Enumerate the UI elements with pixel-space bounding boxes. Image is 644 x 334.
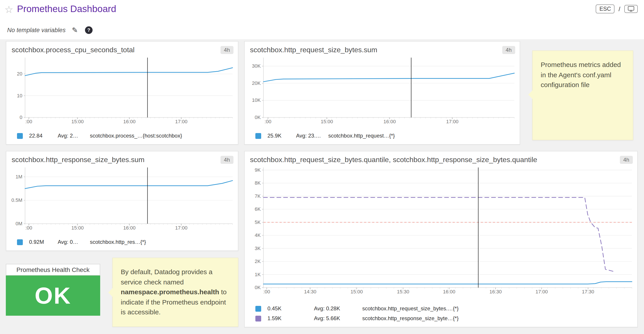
legend-metric: scotchbox.http_res…{*} (90, 239, 234, 245)
legend-row[interactable]: 25.9KAvg: 23.…scotchbox.http_request…{*} (255, 131, 515, 141)
svg-text:4K: 4K (255, 232, 261, 238)
legend-value: 22.84 (29, 133, 52, 139)
chart-legend: 22.84Avg: 2…scotchbox.process_…{host:sco… (17, 131, 234, 141)
svg-text:16:00: 16:00 (123, 119, 136, 124)
svg-text:2K: 2K (255, 259, 261, 264)
svg-text:15:00: 15:00 (71, 119, 84, 124)
svg-text:8K: 8K (255, 180, 261, 186)
timeseries-widget-quantiles[interactable]: scotchbox.http_request_size_bytes.quanti… (244, 151, 638, 327)
legend-avg: Avg: 0.28K (314, 306, 357, 312)
legend-avg: Avg: 5.66K (314, 315, 357, 322)
chart-title: scotchbox.http_request_size_bytes.sum (250, 46, 377, 54)
svg-text:20: 20 (17, 71, 22, 77)
legend-swatch (255, 306, 261, 312)
svg-text::00: :00 (26, 225, 32, 231)
legend-metric: scotchbox.process_…{host:scotchbox} (90, 133, 234, 139)
chart-legend: 25.9KAvg: 23.…scotchbox.http_request…{*} (255, 131, 515, 141)
svg-text:10: 10 (17, 93, 22, 98)
timeseries-widget-response-size-sum[interactable]: scotchbox.http_response_size_bytes.sum 4… (6, 151, 238, 251)
svg-text::00: :00 (264, 289, 270, 295)
health-check-widget: Prometheus Health Check OK (6, 264, 100, 316)
svg-text:17:00: 17:00 (446, 119, 458, 124)
chart-title: scotchbox.http_response_size_bytes.sum (12, 156, 144, 164)
svg-text:17:30: 17:30 (582, 289, 594, 295)
legend-row[interactable]: 22.84Avg: 2…scotchbox.process_…{host:sco… (17, 131, 234, 141)
legend-avg: Avg: 0… (58, 239, 84, 245)
timeframe-badge: 4h (502, 46, 515, 54)
svg-text:15:00: 15:00 (71, 225, 84, 231)
svg-text:20K: 20K (252, 80, 261, 86)
svg-text:3K: 3K (255, 246, 261, 251)
slash-separator: / (618, 5, 620, 12)
fullscreen-button[interactable] (624, 5, 638, 13)
datadog-dashboard: ☆ Prometheus Dashboard ESC / No template… (0, 0, 644, 334)
legend-metric: scotchbox.http_request_size_bytes.…{*} (362, 306, 633, 312)
note-widget-service-check: By default, Datadog provides a service c… (112, 258, 238, 327)
svg-text:14:30: 14:30 (304, 289, 316, 295)
svg-text:9K: 9K (255, 167, 261, 173)
legend-value: 25.9K (268, 133, 291, 139)
chart-title: scotchbox.process_cpu_seconds_total (12, 46, 134, 54)
chart-legend: 0.92MAvg: 0…scotchbox.http_res…{*} (17, 237, 234, 247)
legend-row[interactable]: 0.45KAvg: 0.28Kscotchbox.http_request_si… (255, 304, 633, 314)
timeseries-widget-request-size-sum[interactable]: scotchbox.http_request_size_bytes.sum 4h… (244, 41, 520, 145)
service-check-name: namespace.prometheus.health (121, 288, 219, 296)
svg-text:16:00: 16:00 (123, 225, 136, 231)
svg-text:0K: 0K (255, 285, 261, 290)
legend-row[interactable]: 1.59KAvg: 5.66Kscotchbox.http_response_s… (255, 314, 633, 323)
health-status: OK (6, 276, 100, 316)
chart-canvas[interactable]: 0M0.5M1M:0015:0016:0017:00 (9, 164, 235, 231)
note-arrow-left (528, 90, 533, 99)
svg-text::00: :00 (264, 119, 272, 124)
legend-row[interactable]: 0.92MAvg: 0…scotchbox.http_res…{*} (17, 237, 234, 247)
svg-text:7K: 7K (255, 193, 261, 199)
timeframe-badge: 4h (220, 46, 234, 54)
template-variables-bar: No template variables ✎ ? (0, 20, 644, 39)
legend-metric: scotchbox.http_request…{*} (328, 133, 515, 139)
legend-swatch (17, 239, 23, 245)
legend-avg: Avg: 23.… (296, 133, 323, 139)
svg-text:16:00: 16:00 (443, 289, 455, 295)
svg-text:1M: 1M (16, 174, 22, 179)
svg-text:17:00: 17:00 (536, 289, 548, 295)
chart-canvas[interactable]: 0K10K20K30K:0015:0016:0017:00 (247, 54, 517, 125)
note-widget-prometheus-metrics: Prometheus metrics added in the Agent's … (532, 50, 633, 140)
timeframe-badge: 4h (620, 156, 633, 164)
chart-legend: 0.45KAvg: 0.28Kscotchbox.http_request_si… (255, 304, 633, 323)
legend-metric: scotchbox.http_response_size_byte…{*} (362, 315, 633, 322)
esc-key-button[interactable]: ESC (596, 4, 614, 13)
edit-pencil-icon[interactable]: ✎ (72, 26, 78, 34)
note-text: Prometheus metrics added in the Agent's … (541, 60, 625, 90)
help-icon[interactable]: ? (85, 26, 92, 34)
svg-text:5K: 5K (255, 219, 261, 225)
legend-swatch (17, 133, 23, 139)
timeseries-widget-process-cpu[interactable]: scotchbox.process_cpu_seconds_total 4h 0… (6, 41, 238, 145)
legend-value: 0.92M (29, 239, 52, 245)
dashboard-title: Prometheus Dashboard (17, 3, 116, 14)
svg-text:6K: 6K (255, 206, 261, 212)
svg-text:15:00: 15:00 (321, 119, 333, 124)
chart-canvas[interactable]: 0K1K2K3K4K5K6K7K8K9K:0014:3015:0015:3016… (247, 164, 634, 295)
shortcut-controls: ESC / (596, 4, 638, 13)
chart-canvas[interactable]: 01020:0015:0016:0017:00 (9, 54, 235, 125)
favorite-star-icon[interactable]: ☆ (4, 4, 13, 16)
dashboard-header: ☆ Prometheus Dashboard ESC / (0, 0, 644, 20)
svg-text:1K: 1K (255, 272, 261, 277)
chart-plot-area[interactable]: 0M0.5M1M:0015:0016:0017:00 (9, 164, 235, 231)
svg-text:0K: 0K (255, 115, 261, 120)
chart-plot-area[interactable]: 01020:0015:0016:0017:00 (9, 54, 235, 125)
svg-text:0: 0 (20, 115, 22, 120)
chart-plot-area[interactable]: 0K10K20K30K:0015:0016:0017:00 (247, 54, 517, 125)
svg-text:0M: 0M (16, 221, 22, 226)
chart-title: scotchbox.http_request_size_bytes.quanti… (250, 156, 537, 164)
note-arrow-left (108, 288, 113, 297)
svg-text:15:00: 15:00 (350, 289, 363, 295)
svg-text:16:30: 16:30 (490, 289, 502, 295)
note-text: By default, Datadog provides a service c… (121, 267, 230, 317)
svg-text:16:00: 16:00 (384, 119, 396, 124)
legend-value: 0.45K (268, 306, 308, 312)
chart-plot-area[interactable]: 0K1K2K3K4K5K6K7K8K9K:0014:3015:0015:3016… (247, 164, 634, 295)
svg-text:17:00: 17:00 (175, 119, 188, 124)
svg-text:30K: 30K (252, 63, 261, 69)
legend-avg: Avg: 2… (58, 133, 84, 139)
